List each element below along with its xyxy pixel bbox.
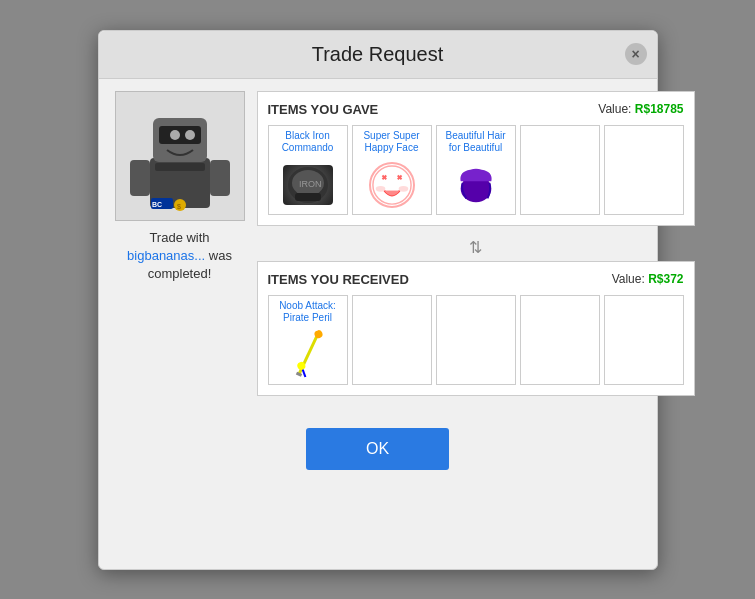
received-section: ITEMS YOU RECEIVED Value: R$372 Noob Att… <box>257 261 695 396</box>
gave-section: ITEMS YOU GAVE Value: R$18785 Black Iron… <box>257 91 695 226</box>
gave-item-3: Beautiful Hair for Beautiful <box>436 125 516 215</box>
avatar-container: BC $ <box>115 91 245 221</box>
black-iron-icon: IRON <box>283 165 333 205</box>
gave-item-5 <box>604 125 684 215</box>
trade-request-dialog: Trade Request × <box>98 30 658 570</box>
noob-attack-icon <box>277 327 338 382</box>
gave-item-4 <box>520 125 600 215</box>
received-value-amount: R$372 <box>648 272 683 286</box>
received-section-title: ITEMS YOU RECEIVED <box>268 272 409 287</box>
trade-status-text: Trade with bigbananas... was completed! <box>115 229 245 284</box>
received-item-5 <box>604 295 684 385</box>
received-item-1-name: Noob Attack: Pirate Peril <box>273 300 343 327</box>
gave-items-grid: Black Iron Commando IRON <box>268 125 684 215</box>
svg-text:IRON: IRON <box>299 179 322 189</box>
svg-rect-14 <box>295 193 321 201</box>
svg-line-28 <box>302 369 305 377</box>
received-items-grid: Noob Attack: Pirate Peril <box>268 295 684 385</box>
gave-item-2: Super Super Happy Face <box>352 125 432 215</box>
avatar-box: BC $ <box>115 91 245 221</box>
trade-partner-link[interactable]: bigbananas... <box>127 248 205 263</box>
hair-icon <box>453 162 499 208</box>
gave-value-currency: R$18785 <box>635 102 684 116</box>
ok-button[interactable]: OK <box>306 428 449 470</box>
dialog-title: Trade Request <box>312 43 444 65</box>
received-item-2 <box>352 295 432 385</box>
svg-rect-6 <box>210 160 230 196</box>
ok-button-row: OK <box>99 428 657 470</box>
svg-point-22 <box>398 186 408 192</box>
received-item-1-image <box>280 330 336 379</box>
gave-section-header: ITEMS YOU GAVE Value: R$18785 <box>268 102 684 117</box>
svg-point-4 <box>185 130 195 140</box>
gave-item-1-name: Black Iron Commando <box>273 130 343 157</box>
received-item-3 <box>436 295 516 385</box>
svg-rect-5 <box>130 160 150 196</box>
dialog-body: BC $ Trade with bigbananas... was comple… <box>99 79 657 416</box>
right-panel: ITEMS YOU GAVE Value: R$18785 Black Iron… <box>257 91 695 404</box>
svg-text:$: $ <box>177 203 181 210</box>
svg-point-26 <box>313 329 323 339</box>
svg-text:BC: BC <box>152 201 162 208</box>
dialog-header: Trade Request × <box>99 31 657 79</box>
gave-item-3-name: Beautiful Hair for Beautiful <box>441 130 511 157</box>
svg-point-16 <box>372 166 410 204</box>
left-panel: BC $ Trade with bigbananas... was comple… <box>115 91 245 404</box>
gave-item-1: Black Iron Commando IRON <box>268 125 348 215</box>
swap-divider: ⇅ <box>257 234 695 261</box>
gave-item-2-name: Super Super Happy Face <box>357 130 427 157</box>
received-item-4 <box>520 295 600 385</box>
svg-line-24 <box>288 336 326 374</box>
received-item-1: Noob Attack: Pirate Peril <box>268 295 348 385</box>
gave-value-label: Value: R$18785 <box>598 102 683 116</box>
close-button[interactable]: × <box>625 43 647 65</box>
received-section-header: ITEMS YOU RECEIVED Value: R$372 <box>268 272 684 287</box>
gave-item-3-image <box>448 160 504 209</box>
gave-item-2-image <box>364 160 420 209</box>
gave-item-1-image: IRON <box>280 160 336 209</box>
svg-rect-11 <box>155 163 205 171</box>
svg-point-21 <box>375 186 385 192</box>
svg-point-3 <box>170 130 180 140</box>
gave-section-title: ITEMS YOU GAVE <box>268 102 379 117</box>
happy-face-icon <box>369 162 415 208</box>
received-value-label: Value: R$372 <box>612 272 684 286</box>
avatar-img: BC $ <box>125 98 235 213</box>
